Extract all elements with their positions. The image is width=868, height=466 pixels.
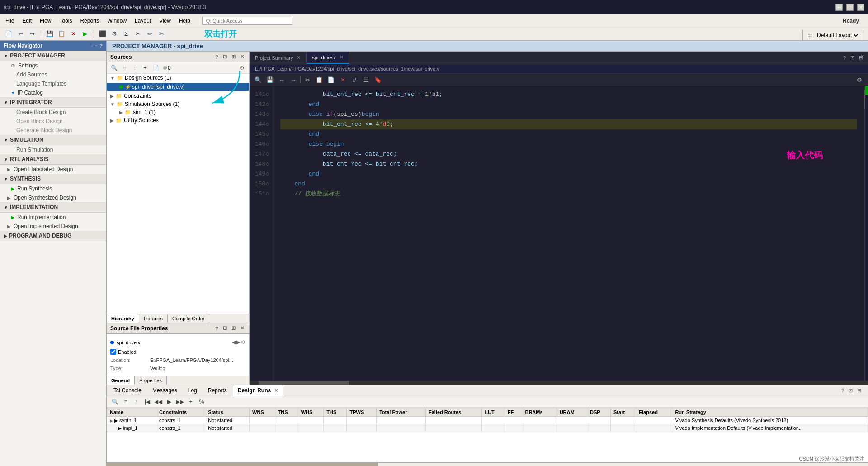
section-program-debug[interactable]: ▶ PROGRAM AND DEBUG (0, 231, 106, 241)
nav-item-language-templates[interactable]: Language Templates (0, 79, 106, 88)
btm-next-btn[interactable]: ▶ (165, 397, 174, 406)
close-button[interactable]: ✕ (857, 4, 864, 11)
toolbar-undo[interactable]: ↩ (15, 29, 25, 39)
tree-utility-sources[interactable]: ▶ 📁 Utility Sources (107, 116, 249, 124)
btm-first-btn[interactable]: |◀ (143, 397, 152, 406)
menu-window[interactable]: Window (104, 17, 130, 25)
sources-add-btn[interactable]: + (141, 63, 150, 72)
nav-item-generate-block[interactable]: Generate Block Design (0, 126, 106, 135)
nav-item-settings[interactable]: ⚙ Settings (0, 61, 106, 70)
sources-search-btn[interactable]: 🔍 (109, 63, 118, 72)
tree-design-sources[interactable]: ▼ 📁 Design Sources (1) (107, 74, 249, 82)
code-cut-btn[interactable]: ✂ (302, 75, 312, 85)
code-back-btn[interactable]: ← (277, 75, 287, 85)
sfp-enabled-checkbox[interactable]: Enabled (110, 349, 136, 355)
btm-search-btn[interactable]: 🔍 (110, 397, 119, 406)
tab-libraries[interactable]: Libraries (139, 314, 168, 323)
section-ip-integrator[interactable]: ▼ IP INTEGRATOR (0, 97, 106, 108)
sfp-tab-general[interactable]: General (107, 376, 135, 385)
code-hscrollbar[interactable] (250, 381, 868, 385)
toolbar-edit2[interactable]: ✄ (156, 29, 166, 39)
sources-close-icon[interactable]: ✕ (239, 53, 245, 60)
btm-prev2-btn[interactable]: ◀◀ (154, 397, 163, 406)
nav-item-create-block[interactable]: Create Block Design (0, 108, 106, 117)
tab-design-runs[interactable]: Design Runs ✕ (233, 385, 283, 396)
sfp-help-icon[interactable]: ? (214, 325, 220, 332)
tab-log[interactable]: Log (183, 385, 202, 396)
code-close-btn[interactable]: ✕ (860, 53, 864, 59)
nav-item-run-synthesis[interactable]: ▶ Run Synthesis (0, 184, 106, 193)
toolbar-settings[interactable]: ⚙ (109, 29, 119, 39)
sources-detach-icon[interactable]: ⊡ (222, 53, 228, 60)
close-spi-tab[interactable]: ✕ (340, 54, 344, 60)
toolbar-sigma[interactable]: Σ (121, 29, 131, 39)
sources-help-icon[interactable]: ? (214, 54, 220, 60)
code-close-x-btn[interactable]: ✕ (338, 75, 348, 85)
toolbar-copy[interactable]: 📋 (57, 29, 66, 39)
tree-spi-drive[interactable]: ⚡ spi_drive (spi_drive.v) (107, 83, 249, 91)
layout-select[interactable]: Default Layout Debug Layout Timing Layou… (815, 32, 859, 39)
menu-tools[interactable]: Tools (56, 17, 75, 25)
tree-constraints[interactable]: ▶ 📁 Constraints (107, 92, 249, 100)
sources-expand-icon[interactable]: ⊞ (230, 53, 237, 60)
bottom-expand-icon[interactable]: ⊞ (856, 387, 863, 394)
toolbar-debug[interactable]: ⬛ (98, 29, 108, 39)
code-bookmark-btn[interactable]: 🔖 (373, 75, 383, 85)
toolbar-close[interactable]: ✕ (68, 29, 78, 39)
menu-file[interactable]: File (2, 17, 18, 25)
sources-collapse-btn[interactable]: ≡ (120, 63, 129, 72)
maximize-button[interactable]: □ (846, 4, 854, 11)
tab-reports[interactable]: Reports (203, 385, 232, 396)
code-tab-project-summary[interactable]: Project Summary ✕ (250, 52, 307, 63)
nav-item-run-impl[interactable]: ▶ Run Implementation (0, 213, 106, 222)
flow-nav-icon-1[interactable]: ≡ (90, 43, 93, 48)
tab-messages[interactable]: Messages (147, 385, 182, 396)
section-project-manager[interactable]: ▼ PROJECT MANAGER (0, 51, 106, 61)
close-ps-tab[interactable]: ✕ (297, 55, 301, 61)
code-content[interactable]: bit_cnt_rec <= bit_cnt_rec + 1'b1; end e… (273, 86, 864, 381)
menu-reports[interactable]: Reports (76, 17, 103, 25)
code-settings-gear[interactable]: ⚙ (854, 75, 864, 85)
code-comment-btn[interactable]: // (349, 75, 359, 85)
sfp-tab-properties[interactable]: Properties (135, 376, 167, 385)
menu-flow[interactable]: Flow (36, 17, 55, 25)
section-rtl-analysis[interactable]: ▼ RTL ANALYSIS (0, 154, 106, 165)
tree-sim1[interactable]: ▶ 📁 sim_1 (1) (107, 108, 249, 116)
section-implementation[interactable]: ▼ IMPLEMENTATION (0, 202, 106, 213)
synth1-expand[interactable]: ▶ (110, 418, 113, 423)
sfp-detach-icon[interactable]: ⊡ (222, 325, 228, 332)
nav-item-run-sim[interactable]: Run Simulation (0, 145, 106, 154)
nav-item-open-impl[interactable]: ▶ Open Implemented Design (0, 222, 106, 231)
nav-item-open-elab[interactable]: ▶ Open Elaborated Design (0, 165, 106, 174)
code-search-btn[interactable]: 🔍 (253, 75, 263, 85)
sources-expand-btn[interactable]: ↑ (130, 63, 139, 72)
tab-compile-order[interactable]: Compile Order (168, 314, 210, 323)
sfp-close-icon[interactable]: ✕ (239, 325, 245, 332)
layout-dropdown[interactable]: ☰ Default Layout Debug Layout Timing Lay… (802, 30, 864, 41)
design-runs-close[interactable]: ✕ (274, 388, 278, 393)
toolbar-edit1[interactable]: ✏ (145, 29, 155, 39)
bottom-hscrollbar[interactable] (107, 462, 868, 466)
bottom-help-icon[interactable]: ? (840, 387, 845, 394)
menu-view[interactable]: View (156, 17, 175, 25)
btm-add-btn[interactable]: + (186, 397, 195, 406)
code-help-icon[interactable]: ? (842, 55, 847, 61)
quick-access-input[interactable] (202, 17, 292, 25)
sfp-right-arrow[interactable]: ▶ (236, 339, 240, 345)
code-copy-btn[interactable]: 📋 (314, 75, 324, 85)
flow-nav-icon-2[interactable]: − (95, 43, 98, 48)
code-tab-spi-drive[interactable]: spi_drive.v ✕ (307, 52, 349, 64)
btm-collapse-btn[interactable]: ≡ (121, 397, 130, 406)
toolbar-run[interactable]: ▶ (80, 29, 90, 39)
tree-sim-sources[interactable]: ▼ 📁 Simulation Sources (1) (107, 100, 249, 108)
sources-file-btn[interactable]: 📄 (151, 63, 160, 72)
minimize-button[interactable]: ─ (835, 4, 843, 11)
sfp-enabled-check[interactable] (110, 349, 116, 355)
menu-layout[interactable]: Layout (131, 17, 155, 25)
sfp-settings-arrow[interactable]: ⚙ (241, 339, 245, 345)
code-block-btn[interactable]: ☰ (361, 75, 371, 85)
toolbar-redo[interactable]: ↪ (27, 29, 37, 39)
tab-tcl-console[interactable]: Tcl Console (108, 385, 146, 396)
toolbar-cut[interactable]: ✂ (133, 29, 143, 39)
btm-next2-btn[interactable]: ▶▶ (175, 397, 184, 406)
